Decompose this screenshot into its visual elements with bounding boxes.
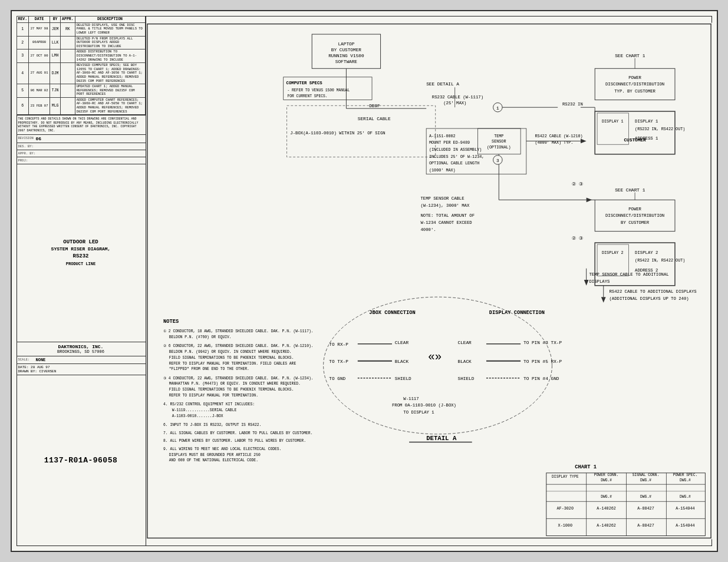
svg-text:NOTES: NOTES xyxy=(163,319,179,325)
svg-text:W-1119...........SERIAL CABLE: W-1119...........SERIAL CABLE xyxy=(172,408,236,412)
svg-text:MANHATTAN P.N. (M4473) OR EQUI: MANHATTAN P.N. (M4473) OR EQUIV. IN COND… xyxy=(169,382,300,386)
svg-text:(ADDITIONAL DISPLAYS UP TO 240: (ADDITIONAL DISPLAYS UP TO 240) xyxy=(609,296,689,301)
svg-text:① 2 CONDUCTOR, 18 AWG, STRANDE: ① 2 CONDUCTOR, 18 AWG, STRANDED SHIELDED… xyxy=(163,329,313,333)
svg-text:SHIELD: SHIELD xyxy=(457,376,474,381)
svg-text:AND 600 OF THE NATIONAL ELECTR: AND 600 OF THE NATIONAL ELECTRICAL CODE. xyxy=(169,458,258,462)
svg-text:DB9F: DB9F xyxy=(369,104,380,108)
svg-text:JBOX CONNECTION: JBOX CONNECTION xyxy=(369,310,415,316)
svg-text:CLEAR: CLEAR xyxy=(394,340,409,345)
svg-text:BELDON P.N. (9942) OR EQUIV. I: BELDON P.N. (9942) OR EQUIV. IN CONDUIT … xyxy=(169,350,291,354)
svg-text:BY CUSTOMER: BY CUSTOMER xyxy=(621,220,650,225)
svg-text:DISPLAY 2: DISPLAY 2 xyxy=(635,250,658,255)
svg-text:(INCLUDED IN ASSEMBLY): (INCLUDED IN ASSEMBLY) xyxy=(429,147,482,152)
svg-text:AF-3020: AF-3020 xyxy=(556,506,573,511)
svg-text:X-1000: X-1000 xyxy=(558,523,572,528)
svg-text:FIELD SIGNAL TERMINATIONS TO B: FIELD SIGNAL TERMINATIONS TO BE PHOENIX … xyxy=(169,388,294,392)
main-title-block: OUTDOOR LED SYSTEM RISER DIAGRAM, RS232 … xyxy=(17,164,146,342)
svg-text:DISPLAY 1: DISPLAY 1 xyxy=(601,119,623,124)
svg-text:(RS232 IN, RS422 OUT): (RS232 IN, RS422 OUT) xyxy=(635,127,685,131)
svg-text:A-1103-0010.......J-BOX: A-1103-0010.......J-BOX xyxy=(172,414,223,418)
svg-text:A-88427: A-88427 xyxy=(637,523,654,528)
svg-text:A-140262: A-140262 xyxy=(597,523,615,528)
des-row: DES. BY: xyxy=(17,143,146,150)
svg-text:② ③: ② ③ xyxy=(572,236,583,241)
svg-text:REFER TO DISPLAY MANUAL FOR TE: REFER TO DISPLAY MANUAL FOR TERMINATION.… xyxy=(169,362,296,366)
svg-text:W-1234 CANNOT EXCEED: W-1234 CANNOT EXCEED xyxy=(420,220,472,225)
svg-text:RS422 CABLE (W-1210): RS422 CABLE (W-1210) xyxy=(535,134,582,138)
svg-text:"FLIPPED" FROM ONE END TO THE : "FLIPPED" FROM ONE END TO THE OTHER. xyxy=(169,367,249,371)
svg-text:OPTIONAL CABLE LENGTH: OPTIONAL CABLE LENGTH xyxy=(429,161,479,166)
scale-row: SCALE: NONE xyxy=(17,356,146,364)
date-row: DATE: 28 AUG 97 DRAWN BY: CIVERSEN xyxy=(17,364,146,375)
svg-text:8. ALL POWER WIRES BY CUSTOMER: 8. ALL POWER WIRES BY CUSTOMER. LABOR TO… xyxy=(163,439,306,443)
svg-text:BLACK: BLACK xyxy=(394,359,409,364)
svg-text:③ 4 CONDUCTOR, 22 AWG, STRANDE: ③ 4 CONDUCTOR, 22 AWG, STRANDED SHIELDED… xyxy=(163,376,313,381)
svg-text:DISPLAY CONNECTION: DISPLAY CONNECTION xyxy=(489,310,544,316)
doc-number-block: 1137-R01A-96058 xyxy=(17,375,146,546)
svg-text:(W-1234), 3000' MAX: (W-1234), 3000' MAX xyxy=(420,203,469,208)
svg-text:TEMP: TEMP xyxy=(494,134,503,138)
svg-text:NOTE: TOTAL AMOUNT OF: NOTE: TOTAL AMOUNT OF xyxy=(420,213,475,218)
svg-text:DISPLAYS: DISPLAYS xyxy=(589,279,610,284)
svg-text:CHART 1: CHART 1 xyxy=(575,464,597,470)
svg-text:SEE DETAIL A: SEE DETAIL A xyxy=(426,82,459,87)
svg-text:SERIAL CABLE: SERIAL CABLE xyxy=(357,117,390,121)
confidential-text: THE CONCEPTS AND DETAILS SHOWN ON THIS D… xyxy=(18,117,139,133)
svg-text:ADDRESS 2: ADDRESS 2 xyxy=(635,268,658,273)
svg-text:TO DISPLAY 1: TO DISPLAY 1 xyxy=(403,410,434,415)
svg-text:RS232 CABLE (W-1117): RS232 CABLE (W-1117) xyxy=(431,95,483,100)
svg-text:DWG.#: DWG.# xyxy=(601,495,612,499)
main-drawing-area: LAPTOP BY CUSTOMER RUNNING V1500 SOFTWAR… xyxy=(146,16,712,546)
left-sidebar: REV. DATE BY APPR. DESCRIPTION 1 27 MAY … xyxy=(17,16,146,546)
svg-text:3: 3 xyxy=(496,158,499,163)
svg-text:② ③: ② ③ xyxy=(572,182,583,187)
svg-text:POWER: POWER xyxy=(628,207,641,211)
svg-text:TEMP SENSOR CABLE TO ADDITIONA: TEMP SENSOR CABLE TO ADDITIONAL xyxy=(589,272,668,277)
svg-text:MOUNT PER ED-9489: MOUNT PER ED-9489 xyxy=(429,140,470,145)
svg-text:DWG.#: DWG.# xyxy=(679,495,690,499)
svg-text:TO PIN #4 GND: TO PIN #4 GND xyxy=(523,376,559,381)
svg-text:② 6 CONDUCTOR, 22 AWG, STRANDE: ② 6 CONDUCTOR, 22 AWG, STRANDED SHIELDED… xyxy=(163,344,313,348)
svg-text:SEE CHART 1: SEE CHART 1 xyxy=(615,54,645,58)
svg-text:BLACK: BLACK xyxy=(457,359,472,364)
svg-text:CUSTOMER: CUSTOMER xyxy=(624,138,646,143)
svg-text:RUNNING V1500: RUNNING V1500 xyxy=(328,54,364,58)
svg-text:4. RS/232 CONTROL EQUIPMENT KI: 4. RS/232 CONTROL EQUIPMENT KIT INCLUDES… xyxy=(163,402,255,406)
svg-text:A-1151-0002: A-1151-0002 xyxy=(429,134,456,138)
company-name: DAKTRONICS, INC. xyxy=(18,344,144,349)
drawn-value: DRAWN BY: CIVERSEN xyxy=(18,369,144,373)
svg-text:RS232 IN: RS232 IN xyxy=(562,102,582,107)
proj-row: PROJ: xyxy=(17,157,146,164)
svg-text:SEE CHART 1: SEE CHART 1 xyxy=(615,188,645,193)
svg-text:FOR CURRENT SPECS.: FOR CURRENT SPECS. xyxy=(287,94,327,98)
svg-text:DISPLAYS MUST BE GROUNDED PER : DISPLAYS MUST BE GROUNDED PER ARTICLE 25… xyxy=(169,453,260,457)
svg-text:POWER: POWER xyxy=(628,75,641,80)
svg-text:BY CUSTOMER: BY CUSTOMER xyxy=(331,48,361,52)
title-text: OUTDOOR LED SYSTEM RISER DIAGRAM, RS232 … xyxy=(51,239,111,267)
svg-text:6. INPUT TO J-BOX IS RS232, OU: 6. INPUT TO J-BOX IS RS232, OUTPUT IS RS… xyxy=(163,423,261,427)
svg-text:TO PIN #3 TX-P: TO PIN #3 TX-P xyxy=(523,340,562,345)
svg-text:DISCONNECT/DISTRIBUTION: DISCONNECT/DISTRIBUTION xyxy=(605,82,664,87)
svg-text:A-154944: A-154944 xyxy=(676,523,694,528)
svg-text:INCLUDES 25' OF W-1234,: INCLUDES 25' OF W-1234, xyxy=(429,154,484,159)
svg-text:DWG.#: DWG.# xyxy=(640,495,651,499)
svg-text:REFER TO DISPLAY MANUAL FOR TE: REFER TO DISPLAY MANUAL FOR TERMINATION. xyxy=(169,394,258,398)
revision-table: REV. DATE BY APPR. DESCRIPTION 1 27 MAY … xyxy=(17,16,146,115)
svg-text:TEMP SENSOR CABLE: TEMP SENSOR CABLE xyxy=(420,196,464,201)
svg-text:TYP. BY CUSTOMER: TYP. BY CUSTOMER xyxy=(614,89,655,94)
svg-text:DISPLAY 2: DISPLAY 2 xyxy=(601,250,623,255)
svg-text:POWER SPEC.: POWER SPEC. xyxy=(673,473,697,477)
svg-text:7. ALL SIGNAL CABLES BY CUSTOM: 7. ALL SIGNAL CABLES BY CUSTOMER. LABOR … xyxy=(163,431,312,435)
svg-text:W-1117: W-1117 xyxy=(403,396,419,401)
svg-text:COMPUTER SPECS: COMPUTER SPECS xyxy=(286,81,322,85)
svg-text:BELDON P.N. (#760) OR EQUIV.: BELDON P.N. (#760) OR EQUIV. xyxy=(169,335,231,339)
svg-text:TO GND: TO GND xyxy=(329,376,345,381)
svg-text:A-140262: A-140262 xyxy=(597,506,615,511)
svg-text:TO PIN #5 RX-P: TO PIN #5 RX-P xyxy=(523,359,562,364)
svg-text:(OPTIONAL): (OPTIONAL) xyxy=(486,145,510,150)
doc-number: 1137-R01A-96058 xyxy=(44,456,118,465)
svg-text:SIGNAL CONN.: SIGNAL CONN. xyxy=(632,473,658,477)
svg-text:LAPTOP: LAPTOP xyxy=(338,42,354,47)
appr-row: APPR. BY: xyxy=(17,150,146,157)
svg-text:«»: «» xyxy=(428,351,442,363)
